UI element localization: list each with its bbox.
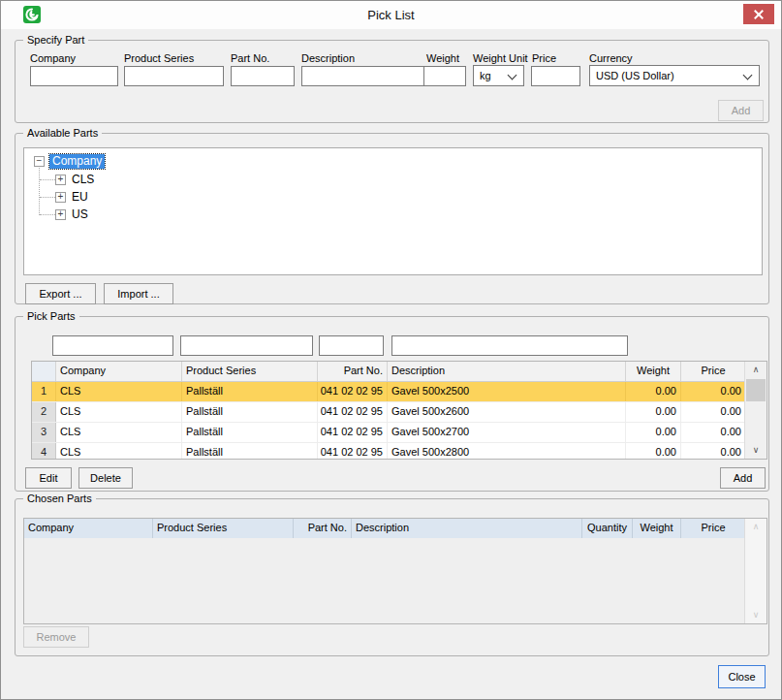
chosen-parts-legend: Chosen Parts	[23, 492, 96, 505]
description-field[interactable]	[301, 66, 424, 86]
scroll-up-icon[interactable]: ∧	[745, 362, 766, 378]
currency-label: Currency	[589, 52, 633, 64]
tree-node-company[interactable]: Company	[49, 154, 105, 169]
remove-button: Remove	[23, 626, 89, 648]
header-description[interactable]: Description	[388, 362, 626, 381]
price-cell: 0.00	[681, 402, 746, 422]
row-number-cell: 4	[32, 443, 56, 460]
part-no-cell: 95 02 xx 041 02	[318, 443, 388, 460]
specify-add-button: Add	[718, 100, 764, 121]
table-row[interactable]: 2 CLS Pallställ 95 02 xx 041 02 Gavel 50…	[32, 402, 766, 423]
row-number-cell: 3	[32, 423, 56, 442]
weight-unit-select[interactable]: kg	[473, 65, 524, 86]
price-field[interactable]	[531, 66, 580, 86]
scroll-down-icon: ∨	[745, 607, 766, 623]
table-row[interactable]: 4 CLS Pallställ 95 02 xx 041 02 Gavel 50…	[32, 443, 766, 460]
product-series-field[interactable]	[124, 66, 224, 86]
price-label: Price	[532, 52, 556, 64]
chosen-parts-table: Company Product Series Part No. Descript…	[23, 518, 767, 624]
window-close-button[interactable]	[743, 4, 774, 24]
company-cell: CLS	[56, 443, 182, 460]
header-product-series[interactable]: Product Series	[153, 519, 294, 538]
weight-cell: 0.00	[626, 443, 681, 460]
filter-part-no-input[interactable]	[319, 335, 384, 356]
header-weight[interactable]: Weight	[633, 519, 681, 538]
tree-connector	[40, 197, 55, 198]
chevron-down-icon	[508, 71, 517, 80]
description-cell: Gavel 500x2800	[388, 443, 626, 460]
tree-expand-icon[interactable]: +	[55, 192, 66, 203]
tree-expand-icon[interactable]: +	[55, 175, 66, 185]
row-number-cell: 2	[32, 402, 56, 422]
header-price[interactable]: Price	[681, 362, 746, 381]
close-button[interactable]: Close	[718, 665, 766, 688]
price-cell: 0.00	[681, 382, 746, 401]
chosen-parts-group: Chosen Parts Company Product Series Part…	[15, 498, 769, 656]
weight-unit-label: Weight Unit	[473, 52, 528, 64]
weight-label: Weight	[426, 52, 459, 64]
tree-connector	[39, 168, 40, 215]
part-no-cell: 95 02 xx 041 02	[318, 382, 388, 401]
edit-button[interactable]: Edit	[25, 467, 72, 489]
tree-node-us[interactable]: US	[72, 207, 88, 222]
tree-connector	[40, 214, 55, 215]
tree-node-cls[interactable]: CLS	[72, 173, 94, 187]
table-row[interactable]: 1 CLS Pallställ 95 02 xx 041 02 Gavel 50…	[32, 382, 766, 402]
app-icon	[23, 6, 41, 23]
scroll-down-icon[interactable]: ∨	[745, 442, 766, 459]
pick-add-button[interactable]: Add	[720, 467, 766, 489]
header-product-series[interactable]: Product Series	[182, 362, 318, 381]
filter-company-input[interactable]	[52, 335, 173, 356]
delete-button[interactable]: Delete	[78, 467, 133, 489]
header-description[interactable]: Description	[352, 519, 582, 538]
available-parts-legend: Available Parts	[23, 126, 102, 140]
header-part-no[interactable]: Part No.	[294, 519, 352, 538]
company-cell: CLS	[56, 382, 182, 401]
header-company[interactable]: Company	[56, 362, 182, 381]
part-no-label: Part No.	[231, 52, 269, 64]
window-title: Pick List	[1, 1, 781, 29]
scrollbar-thumb[interactable]	[746, 379, 766, 401]
tree-node-eu[interactable]: EU	[72, 190, 88, 205]
description-cell: Gavel 500x2500	[388, 382, 626, 401]
currency-value: USD (US Dollar)	[596, 70, 674, 81]
pick-parts-group: Pick Parts Company Product Series Part N…	[15, 316, 769, 492]
company-label: Company	[30, 52, 76, 64]
parts-tree[interactable]: − Company + CLS + EU + US	[23, 147, 763, 275]
filter-description-input[interactable]	[391, 335, 628, 356]
filter-product-series-input[interactable]	[180, 335, 313, 356]
chosen-parts-scrollbar[interactable]: ∧ ∨	[744, 519, 766, 623]
company-field[interactable]	[30, 66, 118, 86]
export-button[interactable]: Export ...	[25, 283, 96, 304]
product-series-cell: Pallställ	[182, 423, 318, 442]
import-button[interactable]: Import ...	[104, 283, 173, 304]
header-weight[interactable]: Weight	[626, 362, 681, 381]
product-series-cell: Pallställ	[182, 443, 318, 460]
available-parts-group: Available Parts − Company + CLS + EU + U…	[15, 133, 769, 304]
header-quantity[interactable]: Quantity	[582, 519, 633, 538]
weight-cell: 0.00	[626, 423, 681, 442]
weight-unit-value: kg	[480, 70, 491, 81]
header-part-no[interactable]: Part No.	[318, 362, 388, 381]
weight-field[interactable]	[423, 66, 466, 86]
table-row[interactable]: 3 CLS Pallställ 95 02 xx 041 02 Gavel 50…	[32, 423, 766, 443]
tree-expand-icon[interactable]: +	[55, 209, 66, 220]
row-number-cell: 1	[32, 382, 56, 401]
description-cell: Gavel 500x2700	[388, 423, 626, 442]
tree-collapse-icon[interactable]: −	[34, 156, 45, 167]
pick-parts-scrollbar[interactable]: ∧ ∨	[744, 362, 766, 459]
price-cell: 0.00	[681, 443, 746, 460]
part-no-field[interactable]	[231, 66, 295, 86]
description-cell: Gavel 500x2600	[388, 402, 626, 422]
tree-connector	[40, 179, 55, 180]
header-corner-cell	[32, 362, 56, 381]
company-cell: CLS	[56, 423, 182, 442]
currency-select[interactable]: USD (US Dollar)	[589, 65, 760, 86]
weight-cell: 0.00	[626, 382, 681, 401]
chosen-parts-empty-area	[24, 538, 745, 623]
header-price[interactable]: Price	[681, 519, 746, 538]
header-company[interactable]: Company	[24, 519, 153, 538]
specify-part-group: Specify Part Company Product Series Part…	[15, 40, 769, 123]
price-cell: 0.00	[681, 423, 746, 442]
pick-parts-header: Company Product Series Part No. Descript…	[32, 362, 766, 382]
